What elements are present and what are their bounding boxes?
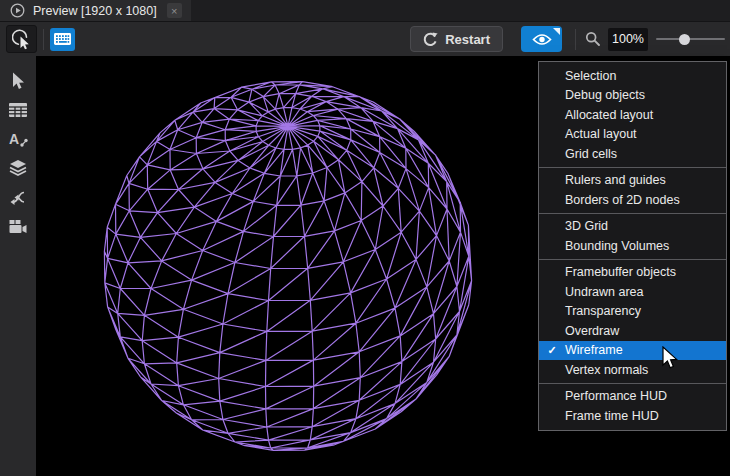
- menu-item-3d-grid[interactable]: 3D Grid: [539, 217, 726, 237]
- sidebar-item-text-styles[interactable]: A: [3, 125, 33, 153]
- checkmark-icon: ✓: [539, 344, 565, 357]
- tab-preview[interactable]: Preview [1920 x 1080] ×: [0, 0, 191, 21]
- sidebar-item-layers[interactable]: [3, 154, 33, 182]
- menu-item-label: Debug objects: [565, 88, 645, 102]
- menu-item-label: Vertex normals: [565, 363, 648, 377]
- zoom-slider-thumb[interactable]: [679, 34, 690, 45]
- zoom-slider[interactable]: [656, 32, 725, 46]
- menu-item-label: Bounding Volumes: [565, 239, 669, 253]
- video-camera-icon: [9, 220, 27, 233]
- menu-separator: [539, 383, 726, 384]
- toolbar-separator: [43, 29, 44, 50]
- sidebar-item-select[interactable]: [3, 67, 33, 95]
- menu-item-label: Rulers and guides: [565, 173, 666, 187]
- tab-bar: Preview [1920 x 1080] ×: [0, 0, 730, 22]
- select-tool-button[interactable]: [6, 25, 37, 53]
- left-sidebar: A: [0, 56, 36, 476]
- zoom-slider-track[interactable]: [656, 38, 725, 40]
- menu-item-frame-time-hud[interactable]: Frame time HUD: [539, 406, 726, 426]
- menu-item-label: Transparency: [565, 304, 641, 318]
- restart-label: Restart: [445, 32, 490, 47]
- branch-arrows-icon: [10, 190, 26, 205]
- restart-button[interactable]: Restart: [410, 26, 503, 52]
- svg-text:A: A: [9, 131, 19, 147]
- menu-item-label: Wireframe: [565, 343, 623, 357]
- menu-item-rulers-and-guides[interactable]: Rulers and guides: [539, 171, 726, 191]
- menu-item-label: Grid cells: [565, 147, 617, 161]
- preview-window: Preview [1920 x 1080] ×: [0, 0, 730, 476]
- menu-item-borders-of-2d-nodes[interactable]: Borders of 2D nodes: [539, 190, 726, 210]
- keyboard-icon: [54, 33, 71, 45]
- zoom-level-value[interactable]: 100%: [608, 28, 648, 51]
- play-icon: [10, 3, 25, 18]
- dropdown-corner-indicator: [553, 28, 560, 35]
- menu-item-allocated-layout[interactable]: Allocated layout: [539, 105, 726, 125]
- mouse-cursor: [662, 346, 680, 371]
- toolbar-separator: [575, 29, 576, 50]
- menu-item-label: Selection: [565, 69, 616, 83]
- menu-item-label: Performance HUD: [565, 389, 667, 403]
- eye-icon: [532, 33, 552, 46]
- tab-close-icon[interactable]: ×: [167, 3, 182, 18]
- menu-item-label: 3D Grid: [565, 219, 608, 233]
- menu-item-framebuffer-objects[interactable]: Framebuffer objects: [539, 263, 726, 283]
- debug-view-dropdown-button[interactable]: [521, 26, 562, 52]
- menu-item-transparency[interactable]: Transparency: [539, 302, 726, 322]
- menu-separator: [539, 167, 726, 168]
- virtual-keyboard-button[interactable]: [50, 28, 75, 51]
- menu-item-grid-cells[interactable]: Grid cells: [539, 144, 726, 164]
- cursor-click-icon: [12, 29, 32, 50]
- menu-item-label: Overdraw: [565, 324, 619, 338]
- table-icon: [9, 103, 27, 117]
- menu-item-label: Actual layout: [565, 127, 637, 141]
- menu-item-overdraw[interactable]: Overdraw: [539, 321, 726, 341]
- menu-item-debug-objects[interactable]: Debug objects: [539, 86, 726, 106]
- menu-item-performance-hud[interactable]: Performance HUD: [539, 387, 726, 407]
- tab-title: Preview [1920 x 1080]: [33, 4, 157, 18]
- toolbar: Restart 100%: [0, 22, 730, 56]
- sidebar-item-node-connections[interactable]: [3, 183, 33, 211]
- sidebar-item-grid-table[interactable]: [3, 96, 33, 124]
- menu-item-label: Undrawn area: [565, 285, 644, 299]
- menu-item-actual-layout[interactable]: Actual layout: [539, 125, 726, 145]
- layers-icon: [9, 160, 27, 176]
- menu-item-label: Borders of 2D nodes: [565, 193, 680, 207]
- menu-item-wireframe[interactable]: ✓Wireframe: [539, 341, 726, 361]
- zoom-search-icon: [585, 31, 601, 47]
- sidebar-item-camera[interactable]: [3, 212, 33, 240]
- pointer-icon: [10, 72, 26, 90]
- menu-item-bounding-volumes[interactable]: Bounding Volumes: [539, 236, 726, 256]
- menu-separator: [539, 213, 726, 214]
- menu-item-label: Allocated layout: [565, 108, 653, 122]
- menu-item-undrawn-area[interactable]: Undrawn area: [539, 282, 726, 302]
- menu-item-vertex-normals[interactable]: Vertex normals: [539, 360, 726, 380]
- restart-icon: [423, 32, 438, 47]
- debug-view-menu: SelectionDebug objectsAllocated layoutAc…: [538, 61, 727, 431]
- menu-item-label: Framebuffer objects: [565, 265, 676, 279]
- menu-item-label: Frame time HUD: [565, 409, 659, 423]
- menu-separator: [539, 259, 726, 260]
- text-style-icon: A: [9, 131, 28, 148]
- menu-item-selection[interactable]: Selection: [539, 66, 726, 86]
